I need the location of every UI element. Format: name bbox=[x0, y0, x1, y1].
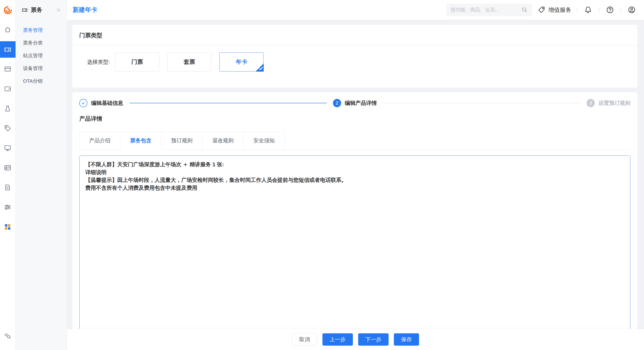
rail-item-id-card[interactable] bbox=[0, 160, 16, 176]
value-added-services-button[interactable]: 增值服务 bbox=[538, 6, 571, 14]
check-icon bbox=[259, 66, 263, 71]
search-input[interactable] bbox=[450, 7, 522, 13]
step-done-icon bbox=[79, 99, 88, 107]
sidebar-menu: 票务管理 票务分类 站点管理 设备管理 OTA分销 bbox=[16, 20, 66, 88]
notifications-button[interactable] bbox=[583, 5, 593, 15]
topbar-separator bbox=[620, 7, 621, 13]
cancel-button[interactable]: 取消 bbox=[292, 333, 317, 345]
step-connector bbox=[383, 103, 580, 103]
rail-item-cashier[interactable] bbox=[0, 140, 16, 156]
content-area: 门票类型 选择类型: 门票 套票 年卡 bbox=[67, 20, 644, 350]
rail-item-settings[interactable] bbox=[0, 199, 16, 216]
search-list-icon bbox=[4, 332, 12, 340]
wallet-icon bbox=[4, 85, 12, 93]
rail-item-home[interactable] bbox=[0, 22, 16, 38]
ticket-type-card: 门票类型 选择类型: 门票 套票 年卡 bbox=[72, 25, 638, 88]
id-card-icon bbox=[4, 164, 12, 172]
type-option-label: 门票 bbox=[132, 58, 143, 66]
rail-item-members[interactable] bbox=[0, 120, 16, 137]
rail-item-products[interactable] bbox=[0, 61, 16, 77]
sliders-icon bbox=[4, 203, 12, 211]
bell-icon bbox=[584, 6, 592, 14]
rail-item-orders[interactable] bbox=[0, 180, 16, 196]
type-option-annual-card[interactable]: 年卡 bbox=[220, 52, 264, 71]
avatar-icon bbox=[628, 6, 636, 14]
step-product-detail: 2 编辑产品详情 bbox=[333, 99, 377, 107]
sidebar-close-button[interactable] bbox=[55, 7, 62, 13]
account-button[interactable] bbox=[627, 5, 636, 15]
step-booking-rules: 3 设置预订规则 bbox=[586, 99, 631, 107]
prev-step-button[interactable]: 上一步 bbox=[322, 333, 353, 345]
topbar-actions: 增值服务 bbox=[446, 4, 636, 16]
step-label: 设置预订规则 bbox=[598, 100, 630, 107]
ticket-type-title: 门票类型 bbox=[72, 25, 638, 45]
icon-rail bbox=[0, 0, 16, 350]
value-added-services-label: 增值服务 bbox=[548, 6, 571, 14]
search-icon[interactable] bbox=[522, 7, 528, 13]
save-button[interactable]: 保存 bbox=[394, 333, 419, 345]
stepper: 编辑基础信息 2 编辑产品详情 3 设置预订规则 bbox=[79, 99, 630, 107]
sidebar-item-ota-distribution[interactable]: OTA分销 bbox=[16, 75, 66, 88]
type-select-label: 选择类型: bbox=[87, 59, 110, 66]
sidebar-item-site-management[interactable]: 站点管理 bbox=[16, 49, 66, 62]
logo-swirl-icon bbox=[3, 5, 13, 15]
ticket-includes-editor[interactable]: 【不限人群】天安门广场深度游上午场次 ＋ 精讲服务 1 张: 详细说明 【温馨提… bbox=[79, 155, 630, 345]
sidebar-item-device-management[interactable]: 设备管理 bbox=[16, 62, 66, 75]
product-detail-card: 编辑基础信息 2 编辑产品详情 3 设置预订规则 产品详情 产品介绍 bbox=[72, 92, 638, 350]
step-connector bbox=[130, 103, 327, 103]
step-basic-info: 编辑基础信息 bbox=[79, 99, 123, 107]
apps-grid-icon bbox=[4, 223, 12, 231]
topbar: 新建年卡 增值服务 bbox=[67, 0, 644, 20]
action-footer: 取消 上一步 下一步 保存 bbox=[67, 329, 644, 350]
app-root: 票务 票务管理 票务分类 站点管理 设备管理 OTA分销 新建年卡 bbox=[0, 0, 644, 350]
tab-product-intro[interactable]: 产品介绍 bbox=[79, 132, 120, 150]
rail-item-search-menu[interactable] bbox=[0, 328, 16, 344]
sidebar: 票务 票务管理 票务分类 站点管理 设备管理 OTA分销 bbox=[16, 0, 67, 350]
brand-logo[interactable] bbox=[3, 5, 13, 15]
monitor-icon bbox=[4, 144, 12, 152]
topbar-separator bbox=[577, 7, 578, 13]
step-label: 编辑产品详情 bbox=[345, 100, 377, 107]
selected-corner-badge bbox=[256, 63, 264, 72]
ticket-icon bbox=[4, 45, 12, 53]
member-tag-icon bbox=[4, 124, 12, 132]
document-edit-icon bbox=[4, 184, 12, 192]
sidebar-title: 票务 bbox=[31, 6, 56, 14]
step-number: 2 bbox=[333, 99, 341, 107]
tab-booking-rules[interactable]: 预订规则 bbox=[162, 132, 202, 150]
sidebar-item-ticket-management[interactable]: 票务管理 bbox=[16, 24, 66, 37]
sidebar-item-ticket-category[interactable]: 票务分类 bbox=[16, 37, 66, 49]
ticket-small-icon bbox=[22, 7, 28, 13]
help-button[interactable] bbox=[605, 5, 615, 15]
rail-item-wallet[interactable] bbox=[0, 81, 16, 97]
rail-item-apps[interactable] bbox=[0, 219, 16, 235]
main-area: 新建年卡 增值服务 bbox=[67, 0, 644, 350]
step-number: 3 bbox=[586, 99, 595, 107]
topbar-separator bbox=[599, 7, 599, 13]
type-option-label: 年卡 bbox=[236, 58, 247, 66]
check-icon bbox=[81, 101, 86, 106]
step-label: 编辑基础信息 bbox=[91, 100, 123, 107]
rail-item-marketing[interactable] bbox=[0, 100, 16, 117]
next-step-button[interactable]: 下一步 bbox=[358, 333, 388, 345]
type-option-package[interactable]: 套票 bbox=[167, 52, 212, 71]
tab-safety-notes[interactable]: 安全须知 bbox=[244, 132, 285, 150]
close-icon bbox=[56, 7, 61, 13]
tab-ticket-includes[interactable]: 票务包含 bbox=[120, 132, 162, 150]
tag-icon bbox=[538, 6, 546, 14]
tab-refund-rules[interactable]: 退改规则 bbox=[202, 132, 244, 150]
rail-item-ticketing[interactable] bbox=[0, 41, 16, 58]
detail-tabs: 产品介绍 票务包含 预订规则 退改规则 安全须知 bbox=[79, 132, 630, 150]
type-option-ticket[interactable]: 门票 bbox=[115, 52, 159, 71]
home-icon bbox=[4, 26, 12, 34]
card-icon bbox=[4, 65, 12, 73]
type-option-label: 套票 bbox=[184, 58, 195, 66]
page-title: 新建年卡 bbox=[73, 6, 97, 14]
question-icon bbox=[606, 6, 614, 14]
beaker-icon bbox=[4, 105, 12, 112]
product-detail-title: 产品详情 bbox=[79, 115, 630, 123]
sidebar-header: 票务 bbox=[16, 0, 66, 20]
global-search[interactable] bbox=[446, 4, 532, 16]
type-select-row: 选择类型: 门票 套票 年卡 bbox=[72, 46, 638, 88]
